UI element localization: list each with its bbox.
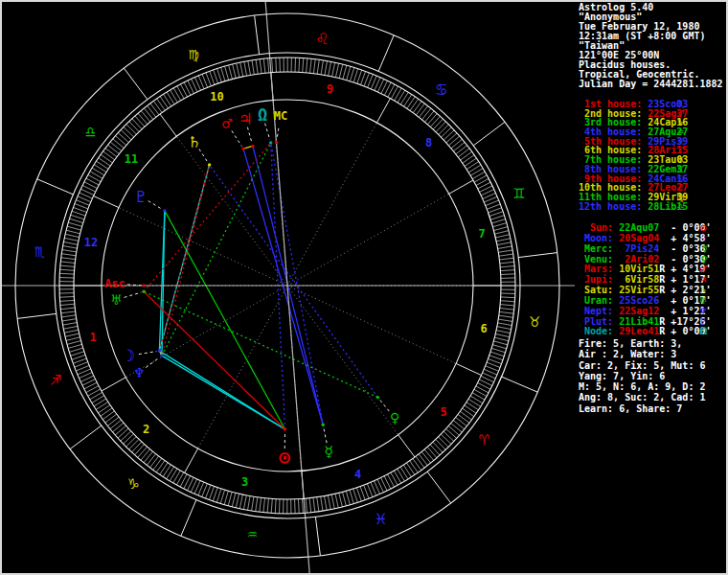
degree-tick [170,469,177,481]
degree-tick [71,215,84,219]
degree-tick [99,405,110,413]
degree-tick [500,266,514,267]
degree-tick [252,496,254,511]
saturn-icon: ♄ [190,132,199,151]
degree-tick [90,172,102,179]
stat-line: Learn: 6, Share: 7 [579,403,705,414]
sign-divider [255,15,260,55]
degree-tick [97,161,109,169]
degree-tick [61,315,76,317]
house-cusp-list: 1st house: 23Sco03♏ 2nd house: 22Sag37♐ … [579,100,688,211]
degree-tick [244,61,247,76]
degree-tick [465,405,476,413]
house-number: 2 [143,423,149,436]
degree-tick [256,59,258,74]
stat-line: Ang: 8, Suc: 2, Cad: 1 [579,392,705,402]
degree-tick [63,323,78,326]
degree-tick [439,125,449,135]
planet-position: 22Aqu07 [619,222,659,233]
degree-tick [71,352,84,356]
degree-tick [229,65,233,79]
degree-tick [233,64,237,79]
degree-tick [498,323,512,326]
degree-tick [347,66,351,80]
degree-tick [357,70,362,83]
degree-tick [493,341,507,345]
degree-tick [463,155,474,164]
degree-tick [307,58,307,73]
degree-tick [299,58,300,72]
degree-tick [500,305,514,306]
sign-divider [70,426,102,449]
degree-tick [500,301,514,302]
degree-tick [339,493,343,507]
sign-divider [502,377,538,392]
sign-divider [124,68,148,100]
degree-tick [398,90,405,103]
degree-tick [466,402,479,410]
degree-tick [210,71,215,84]
degree-tick [491,348,505,352]
degree-tick [453,421,465,429]
aspect-line [243,149,323,425]
degree-tick [496,331,511,334]
degree-tick [99,158,110,166]
degree-tick [441,434,451,445]
degree-tick [62,250,77,252]
degree-tick [490,352,504,356]
planet-label: Plut: [579,316,619,327]
degree-tick [310,58,312,73]
degree-tick [325,61,328,76]
degree-tick [280,499,281,514]
degree-tick [132,442,142,452]
degree-tick [421,451,430,463]
planet-pointer [148,201,163,210]
mercury-icon: ☿ [324,442,333,461]
degree-tick [126,125,137,135]
degree-tick [248,496,251,511]
planet-degree-dot [158,349,161,352]
planet-degree-dot [163,209,166,212]
planet-list: Sun: 22Aqu07 - 0°00'⊙ Moon: 20Sag04 + 4°… [579,223,712,337]
degree-tick [105,414,117,423]
degree-tick [501,278,515,279]
degree-tick [116,136,126,146]
neptune-icon: ♆ [134,363,144,382]
degree-tick [446,428,457,438]
house-number: 10 [210,90,223,104]
degree-tick [303,58,304,73]
planet-degree-dot [251,145,254,148]
degree-tick [413,459,421,471]
planet-pointer [379,400,389,411]
degree-tick [461,151,472,160]
degree-tick [474,389,487,396]
angle-degree-dot [142,284,145,287]
degree-tick [156,461,165,472]
degree-tick [422,108,431,120]
degree-tick [472,172,485,179]
zodiac-cancer-icon: ♋ [436,79,446,99]
planet-degree-dot [160,354,163,356]
degree-tick [489,208,502,213]
house-number: 12 [84,236,98,249]
degree-tick [176,472,183,485]
degree-tick [468,399,481,406]
planet-label: Moon: [579,233,619,243]
degree-tick [213,488,217,501]
degree-tick [237,63,239,78]
degree-tick [113,423,125,432]
planet-label: Satu: [579,285,619,295]
degree-tick [221,67,225,80]
degree-tick [73,207,86,212]
degree-tick [110,142,122,150]
house-number: 6 [480,322,487,335]
degree-tick [271,498,272,513]
aspect-line [159,165,209,351]
uranus-icon: ♅ [111,290,122,310]
node-icon: Ω [258,105,267,125]
degree-tick [167,92,174,104]
house-number: 9 [327,82,333,96]
chart-canvas: ♈♉♊♋♌♍♎♏♐♑♒♓123456789101112⊙☽☿♀♂♃♄♅♆♇ΩAs… [0,0,575,575]
degree-tick [444,130,454,140]
degree-tick [70,218,83,222]
